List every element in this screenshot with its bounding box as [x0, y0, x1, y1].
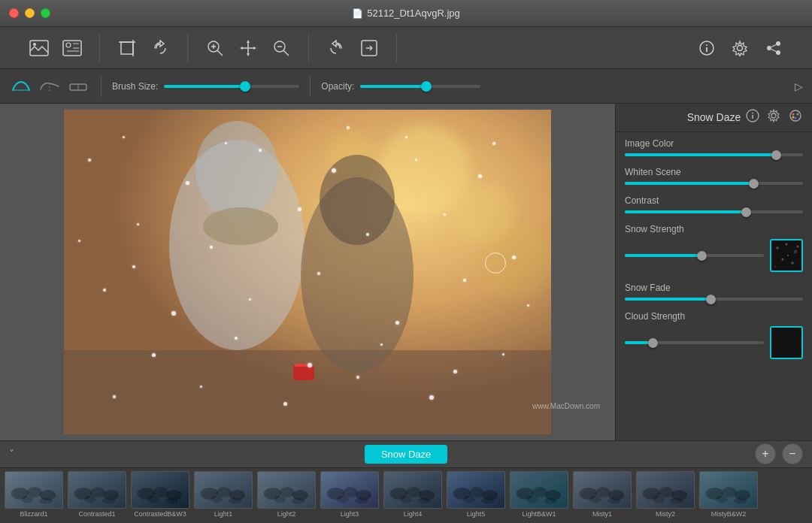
snow-fade-slider[interactable] [625, 298, 803, 301]
brush-eraser-btn[interactable] [66, 77, 90, 95]
image-color-control: Image Color [625, 138, 803, 156]
minimize-button[interactable] [25, 8, 35, 18]
svg-point-97 [292, 497, 305, 503]
svg-point-59 [776, 246, 779, 249]
thumbnail-item[interactable]: ContrastedB&W3 [129, 471, 191, 520]
cloud-strength-row [625, 326, 803, 359]
opacity-slider[interactable] [360, 85, 480, 88]
crop-tool-btn[interactable] [112, 33, 142, 63]
zoom-in-btn[interactable] [200, 33, 230, 63]
brush-cursor [485, 252, 506, 274]
brush-size-slider[interactable] [164, 85, 299, 88]
svg-point-121 [544, 497, 558, 503]
svg-point-30 [776, 50, 780, 55]
svg-point-112 [469, 487, 483, 497]
svg-rect-4 [121, 42, 133, 54]
cloud-strength-slider[interactable] [625, 341, 764, 344]
window-title: 📄 52112_Dt1AqvgR.jpg [352, 8, 460, 19]
info-panel-btn[interactable] [746, 109, 759, 126]
remove-filter-btn[interactable]: − [782, 443, 803, 464]
svg-point-88 [217, 487, 231, 497]
thumb-image [573, 471, 632, 509]
close-button[interactable] [9, 8, 19, 18]
snow-strength-thumb[interactable] [697, 251, 707, 261]
snow-fade-thumb[interactable] [706, 295, 716, 304]
maximize-button[interactable] [41, 8, 50, 18]
pan-btn[interactable] [233, 33, 263, 63]
thumbnail-item[interactable]: Contrasted1 [66, 471, 128, 520]
scene-svg [64, 110, 551, 434]
svg-point-1 [33, 43, 36, 46]
thumbnail-item[interactable]: MistyB&W2 [698, 471, 759, 520]
thumb-label: Light4 [404, 510, 423, 518]
zoom-out-btn[interactable] [266, 33, 296, 63]
brush-feather-btn[interactable] [38, 77, 62, 95]
svg-point-3 [66, 43, 71, 47]
share-btn[interactable] [758, 33, 788, 63]
whiten-scene-slider[interactable] [625, 182, 803, 185]
cloud-strength-thumb[interactable] [648, 338, 658, 348]
action-tools [309, 33, 397, 63]
right-panel: Snow Daze Image Color [615, 104, 812, 440]
svg-point-29 [776, 41, 780, 46]
svg-point-94 [280, 487, 294, 497]
thumbnail-item[interactable]: Light2 [256, 471, 317, 520]
strip-action-buttons: + − [755, 443, 803, 464]
image-color-slider[interactable] [625, 153, 803, 156]
thumbnail-item[interactable]: Light3 [319, 471, 380, 520]
thumb-image [636, 471, 695, 509]
snow-strength-label: Snow Strength [625, 224, 803, 234]
svg-point-57 [792, 116, 795, 119]
svg-marker-16 [253, 47, 256, 50]
info-btn[interactable] [692, 33, 722, 63]
svg-point-66 [787, 255, 789, 256]
settings-panel-btn[interactable] [767, 109, 780, 126]
toolbar-arrow[interactable]: ▷ [795, 80, 803, 92]
add-filter-btn[interactable]: + [755, 443, 776, 464]
brush-tool-btn[interactable] [57, 33, 87, 63]
svg-point-90 [211, 495, 223, 503]
contrast-thumb[interactable] [741, 207, 751, 217]
svg-point-72 [21, 495, 33, 503]
snow-strength-slider[interactable] [625, 254, 764, 257]
thumb-label: Light1 [214, 510, 233, 518]
thumbnail-item[interactable]: Light1 [192, 471, 254, 520]
image-tool-btn[interactable] [24, 33, 54, 63]
snow-fade-label: Snow Fade [625, 283, 803, 293]
settings-btn[interactable] [725, 33, 755, 63]
svg-rect-48 [295, 364, 313, 367]
bottom-strip: ˅ Snow Daze + − B [0, 440, 812, 523]
svg-point-132 [653, 495, 665, 503]
svg-point-56 [795, 117, 797, 119]
svg-point-103 [355, 497, 368, 503]
opacity-label: Opacity: [321, 81, 354, 92]
brush-size-thumb[interactable] [240, 81, 250, 92]
thumbnail-item[interactable]: Light4 [382, 471, 444, 520]
thumbnail-item[interactable]: Blizzard1 [3, 471, 65, 520]
panel-title: Snow Daze [687, 111, 741, 124]
redo-btn[interactable] [321, 33, 351, 63]
sub-divider2 [310, 76, 311, 97]
export-btn[interactable] [354, 33, 384, 63]
strip-controls: ˅ Snow Daze + − [0, 441, 812, 468]
cloud-strength-control: Cloud Strength [625, 311, 803, 359]
whiten-scene-thumb[interactable] [749, 179, 759, 189]
cloud-preview-box[interactable] [770, 326, 803, 359]
svg-point-79 [102, 497, 116, 503]
palette-panel-btn[interactable] [788, 109, 803, 126]
thumbnail-item[interactable]: LightB&W1 [508, 471, 570, 520]
rotate-tool-btn[interactable] [145, 33, 175, 63]
opacity-thumb[interactable] [421, 81, 432, 92]
image-color-thumb[interactable] [771, 150, 781, 160]
snow-preview-box[interactable] [770, 239, 803, 272]
thumbnail-item[interactable]: Light5 [445, 471, 507, 520]
contrast-label: Contrast [625, 195, 803, 206]
svg-point-115 [481, 497, 495, 503]
thumbnail-item[interactable]: Misty1 [571, 471, 633, 520]
thumbnail-item[interactable]: Misty2 [635, 471, 696, 520]
brush-round-btn[interactable] [9, 77, 33, 95]
contrast-slider[interactable] [625, 210, 803, 213]
active-filter-btn[interactable]: Snow Daze [365, 445, 447, 464]
strip-chevron[interactable]: ˅ [9, 448, 14, 460]
thumb-label: LightB&W1 [522, 510, 556, 518]
